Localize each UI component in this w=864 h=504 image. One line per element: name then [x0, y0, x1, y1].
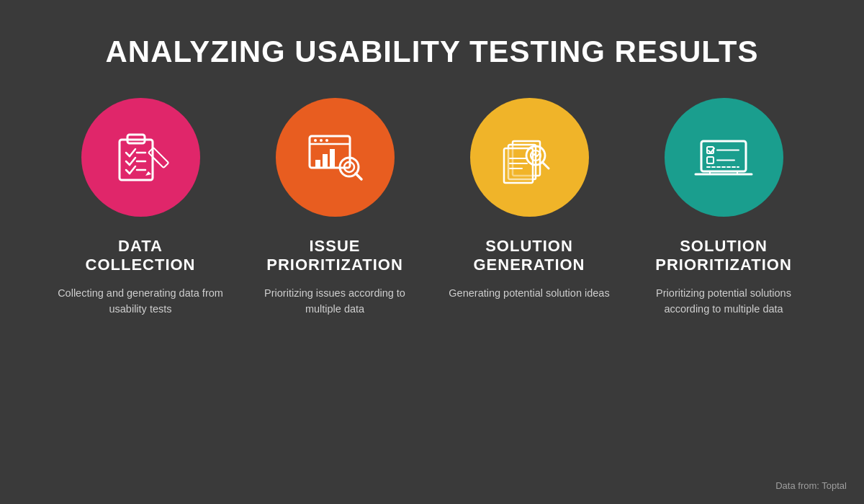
- circle-solution-generation: [470, 98, 589, 217]
- svg-rect-21: [330, 149, 335, 168]
- svg-rect-20: [323, 154, 328, 168]
- page-title: ANALYZING USABILITY TESTING RESULTS: [77, 0, 788, 91]
- card-solution-prioritization-title: SOLUTIONPRIORITIZATION: [655, 237, 792, 275]
- svg-line-3: [130, 149, 135, 156]
- chart-search-icon: [302, 125, 367, 190]
- document-search-icon: [497, 125, 562, 190]
- card-solution-prioritization: SOLUTIONPRIORITIZATION Prioritizing pote…: [637, 98, 810, 318]
- svg-marker-13: [145, 171, 151, 176]
- svg-point-17: [320, 139, 323, 142]
- svg-line-24: [356, 174, 361, 179]
- svg-line-33: [542, 162, 549, 168]
- card-solution-generation-desc: Generating potential solution ideas: [449, 285, 609, 301]
- card-data-collection-desc: Collecting and generating data from usab…: [54, 285, 227, 318]
- card-solution-generation: SOLUTIONGENERATION Generating potential …: [443, 98, 616, 301]
- svg-point-16: [314, 139, 317, 142]
- svg-line-6: [130, 158, 135, 165]
- card-issue-prioritization: ISSUEPRIORITIZATION Prioritizing issues …: [248, 98, 421, 318]
- data-source-label: Data from: Toptal: [775, 480, 847, 491]
- svg-rect-36: [710, 171, 737, 174]
- laptop-checklist-icon: [691, 125, 756, 190]
- cards-container: DATACOLLECTION Collecting and generating…: [0, 91, 864, 318]
- svg-point-18: [325, 139, 328, 142]
- clipboard-icon: [108, 125, 173, 190]
- circle-data-collection: [81, 98, 200, 217]
- circle-solution-prioritization: [665, 98, 783, 217]
- card-data-collection: DATACOLLECTION Collecting and generating…: [54, 98, 227, 318]
- card-solution-generation-title: SOLUTIONGENERATION: [473, 237, 585, 275]
- svg-line-12: [154, 158, 158, 163]
- svg-line-9: [130, 166, 135, 174]
- svg-rect-19: [315, 160, 320, 168]
- card-issue-prioritization-desc: Prioritizing issues according to multipl…: [248, 285, 421, 318]
- svg-rect-27: [504, 148, 533, 183]
- card-issue-prioritization-title: ISSUEPRIORITIZATION: [266, 237, 403, 275]
- circle-issue-prioritization: [276, 98, 395, 217]
- svg-rect-39: [707, 157, 714, 163]
- card-data-collection-title: DATACOLLECTION: [86, 237, 196, 275]
- svg-rect-11: [148, 147, 168, 167]
- card-solution-prioritization-desc: Prioritizing potential solutions accordi…: [637, 285, 810, 318]
